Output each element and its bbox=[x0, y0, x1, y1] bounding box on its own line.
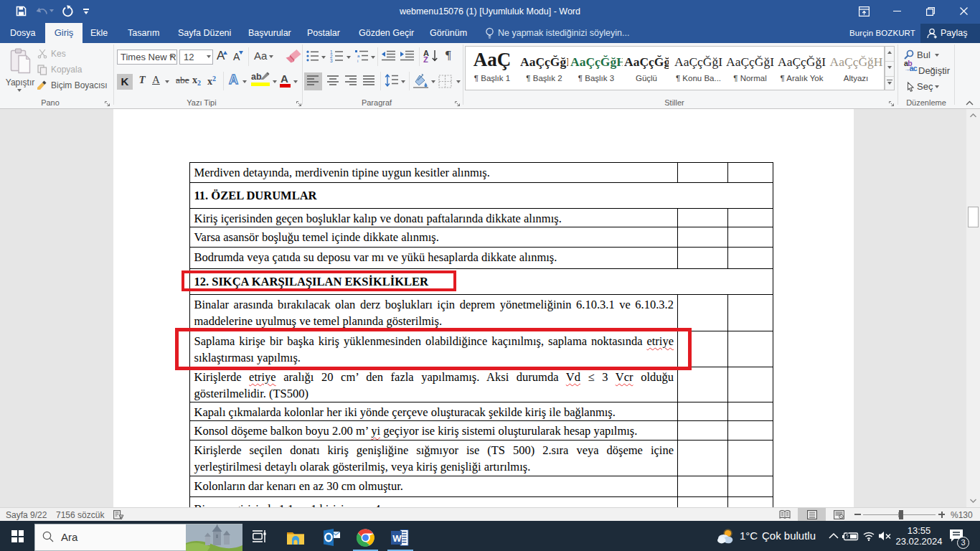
svg-text:W: W bbox=[392, 533, 402, 544]
svg-text:3: 3 bbox=[330, 58, 333, 63]
svg-text:i: i bbox=[357, 59, 358, 63]
svg-text:a: a bbox=[357, 54, 360, 58]
